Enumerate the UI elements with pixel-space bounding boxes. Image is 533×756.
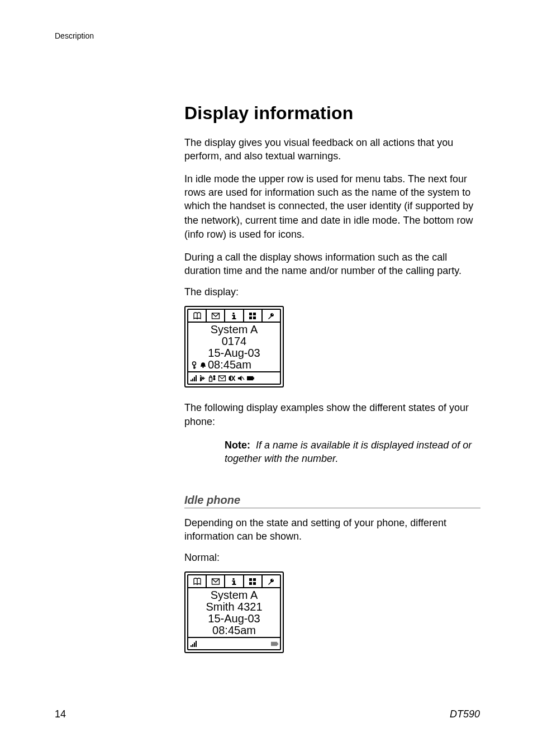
normal-label: Normal:: [184, 552, 480, 564]
page-number: 14: [55, 708, 66, 720]
page-footer: 14 DT590: [55, 708, 480, 720]
tab-messages-icon: [207, 310, 225, 322]
bell-icon: [199, 361, 207, 369]
display-text-rows: System A 0174 15-Aug-03 08:45am: [188, 323, 280, 371]
intro-paragraph-3: During a call the display shows informat…: [184, 251, 480, 278]
time-text: 08:45am: [208, 359, 251, 371]
menu-tab-row: [188, 310, 280, 323]
info-arrow-icon: [199, 375, 207, 382]
page: Description Display information The disp…: [0, 0, 533, 756]
info-row: [188, 637, 280, 649]
intro-paragraph-2: In idle mode the upper row is used for m…: [184, 172, 480, 242]
info-row: [188, 371, 280, 384]
mute-icon: [227, 375, 236, 382]
intro-paragraph-1: The display gives you visual feedback on…: [184, 136, 480, 163]
signal-icon: [189, 375, 198, 382]
system-name: System A: [190, 324, 278, 336]
tab-settings-icon: [263, 310, 280, 322]
tab-info-icon: [225, 310, 244, 322]
battery-icon: [246, 375, 255, 382]
voicemail-lock-icon: [208, 375, 217, 382]
phone-display-example-2: System A Smith 4321 15-Aug-03 08:45am: [184, 571, 284, 653]
keylock-icon: [191, 361, 198, 369]
content-area: Display information The display gives yo…: [184, 103, 480, 667]
idle-intro: Depending on the state and setting of yo…: [184, 516, 480, 544]
running-header: Description: [55, 31, 94, 40]
page-title: Display information: [184, 103, 480, 124]
tab-apps-icon: [244, 575, 263, 587]
note-block: Note: If a name is available it is displ…: [225, 438, 480, 466]
time-text: 08:45am: [190, 625, 278, 636]
signal-icon: [189, 640, 198, 648]
tab-messages-icon: [207, 575, 225, 587]
tab-info-icon: [225, 575, 244, 587]
tab-phonebook-icon: [188, 575, 207, 587]
user-identity: Smith 4321: [190, 601, 278, 613]
date: 15-Aug-03: [190, 347, 278, 359]
system-name: System A: [190, 589, 278, 601]
menu-tab-row: [188, 575, 280, 588]
tab-apps-icon: [244, 310, 263, 322]
note-body: If a name is available it is displayed i…: [225, 440, 472, 464]
note-label: Note:: [225, 440, 250, 451]
user-number: 0174: [190, 336, 278, 347]
examples-intro: The following display examples show the …: [184, 401, 480, 428]
tab-phonebook-icon: [188, 310, 207, 322]
phone-display-example-1: System A 0174 15-Aug-03 08:45am: [184, 306, 284, 388]
display-text-rows: System A Smith 4321 15-Aug-03 08:45am: [188, 588, 280, 637]
date: 15-Aug-03: [190, 613, 278, 625]
speaker-off-icon: [237, 375, 245, 382]
subheading-idle-phone: Idle phone: [184, 494, 480, 508]
display-label: The display:: [184, 286, 480, 298]
tab-settings-icon: [263, 575, 280, 587]
envelope-icon: [218, 375, 226, 382]
battery-icon: [270, 640, 279, 648]
model-name: DT590: [450, 708, 480, 720]
time-row: 08:45am: [190, 359, 278, 371]
